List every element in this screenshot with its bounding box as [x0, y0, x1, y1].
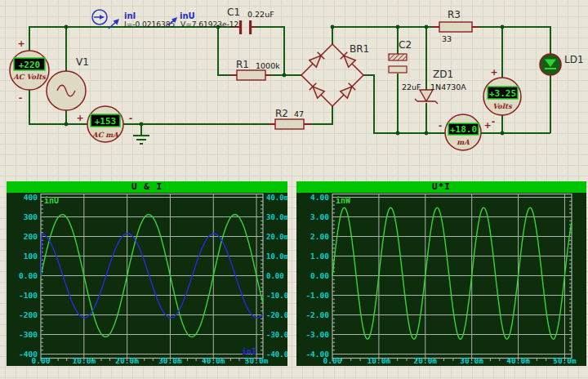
dc-voltmeter-reading: +3.25 [489, 88, 516, 99]
current-probe[interactable] [92, 10, 119, 29]
minus-label: - [492, 116, 496, 127]
y-axis-tick-label: 3.00 [310, 212, 329, 221]
x-axis-tick-label: 0.00 [32, 356, 51, 365]
minus-label: - [439, 120, 443, 131]
y-axis-tick-label: 0.00 [19, 271, 38, 280]
ac-ammeter-unit: AC mA [91, 131, 118, 139]
r3-ref: R3 [448, 9, 461, 20]
plus-label: + [490, 67, 497, 78]
x-axis-tick-label: 20.0m [115, 356, 139, 365]
proteus-workspace: +220 AC Volts + - V1 +153 AC mA + - [0, 0, 588, 379]
y-axis-tick-label: -1.00 [305, 291, 329, 300]
ld1-ref: LD1 [564, 54, 584, 65]
voltage-probe-label: inU [180, 11, 195, 20]
zener-zd1[interactable]: ZD1 1N4730A [415, 69, 466, 104]
br1-ref: BR1 [350, 43, 369, 55]
x-axis-tick-label: 20.0m [413, 356, 437, 365]
y-right-axis-tick-label: -30.0m [266, 331, 287, 339]
x-axis-tick-label: 10.0m [368, 356, 391, 365]
x-axis-tick-label: 30.0m [460, 356, 483, 365]
resistor-r3[interactable]: R3 33 [439, 9, 472, 43]
v1-ref: V1 [76, 56, 89, 68]
r1-value: 1000k [256, 61, 280, 70]
r2-value: 47 [294, 109, 304, 118]
y-right-axis-tick-label: 20.0m [266, 233, 287, 241]
y-axis-tick-label: 400 [24, 193, 38, 202]
legend-inI: inI [242, 347, 256, 356]
resistor-r2[interactable]: R2 47 [275, 108, 304, 129]
y-right-axis-tick-label: 0.00 [266, 272, 284, 280]
r3-value: 33 [442, 34, 452, 43]
y-axis-tick-label: -3.00 [305, 330, 329, 339]
x-axis-tick-label: 40.0m [506, 356, 530, 365]
x-axis-tick-label: 50.0m [553, 356, 577, 365]
ac-source-v1[interactable]: V1 [47, 56, 89, 110]
schematic-canvas[interactable]: +220 AC Volts + - V1 +153 AC mA + - [0, 0, 588, 181]
r1-ref: R1 [236, 59, 249, 70]
y-right-axis-tick-label: 40.0m [266, 194, 287, 202]
y-right-axis-tick-label: 10.0m [266, 252, 287, 261]
x-axis-tick-label: 50.0m [245, 356, 269, 365]
dc-voltmeter-unit: Volts [492, 102, 513, 110]
zd1-value: 1N4730A [430, 82, 466, 91]
probe-arrow-icon [100, 15, 105, 20]
minus-label: - [129, 113, 133, 123]
c2-value: 22uF [402, 82, 421, 91]
y-right-axis-tick-label: -20.0m [266, 311, 287, 319]
y-axis-tick-label: 0.00 [310, 271, 329, 280]
minus-label: - [19, 92, 23, 103]
c1-ref: C1 [227, 7, 240, 18]
y-axis-tick-label: 2.00 [310, 232, 329, 241]
r2-ref: R2 [275, 108, 288, 119]
x-axis-tick-label: 30.0m [158, 356, 182, 365]
led-ld1[interactable]: LD1 [540, 54, 584, 75]
x-axis-tick-label: 10.0m [73, 356, 96, 365]
waveform-inW[interactable] [332, 207, 572, 339]
x-axis-tick-label: 0.00 [323, 356, 342, 365]
current-probe-value: I=-0.0216385 [124, 20, 175, 29]
dc-ammeter-reading: +18.0 [450, 124, 477, 135]
c2-ref: C2 [399, 39, 412, 51]
analogue-graph-ui[interactable]: U & I 4003002001000.00-100-200-300-40040… [7, 181, 287, 366]
ac-voltmeter-unit: AC Volts [12, 73, 47, 81]
ground-icon[interactable] [133, 136, 149, 144]
graph-power-plot[interactable]: 4.003.002.001.000.00-1.00-2.00-3.00-4.00… [296, 193, 586, 366]
plus-label: + [483, 120, 491, 131]
graph-power-title[interactable]: U*I [296, 181, 586, 193]
resistor-r1[interactable]: R1 1000k [236, 59, 280, 80]
legend-inW: inW [336, 196, 351, 205]
y-axis-tick-label: -200 [19, 310, 38, 319]
y-axis-tick-label: -2.00 [305, 310, 329, 319]
graph-ui-plot[interactable]: 4003002001000.00-100-200-300-40040.0m30.… [7, 193, 287, 366]
legend-inU: inU [44, 196, 59, 205]
y-axis-tick-label: 100 [24, 252, 38, 261]
plus-label: + [76, 113, 83, 123]
capacitor-c2[interactable]: C2 22uF [389, 39, 421, 91]
y-axis-tick-label: 4.00 [310, 193, 329, 202]
y-right-axis-tick-label: -40.0m [266, 350, 287, 359]
y-right-axis-tick-label: 30.0m [266, 213, 287, 221]
x-axis-tick-label: 40.0m [202, 356, 225, 365]
plus-label: + [17, 38, 24, 49]
power-graph-ui[interactable]: U*I 4.003.002.001.000.00-1.00-2.00-3.00-… [296, 181, 586, 366]
y-axis-tick-label: 300 [24, 212, 38, 221]
graph-ui-title[interactable]: U & I [7, 181, 287, 193]
y-right-axis-tick-label: -10.0m [266, 292, 287, 300]
zd1-ref: ZD1 [433, 69, 453, 80]
y-axis-tick-label: 1.00 [310, 252, 329, 261]
y-axis-tick-label: -300 [19, 330, 38, 339]
ac-ammeter-reading: +153 [95, 116, 117, 127]
current-probe-label: inI [124, 11, 136, 20]
voltage-probe-value: V=7.61923e-12i [180, 20, 241, 29]
dc-ammeter-unit: mA [457, 138, 470, 146]
y-axis-tick-label: 200 [24, 232, 38, 241]
c1-value: 0.22uF [247, 10, 274, 19]
ac-voltmeter-reading: +220 [19, 60, 41, 70]
y-axis-tick-label: -100 [19, 291, 38, 300]
